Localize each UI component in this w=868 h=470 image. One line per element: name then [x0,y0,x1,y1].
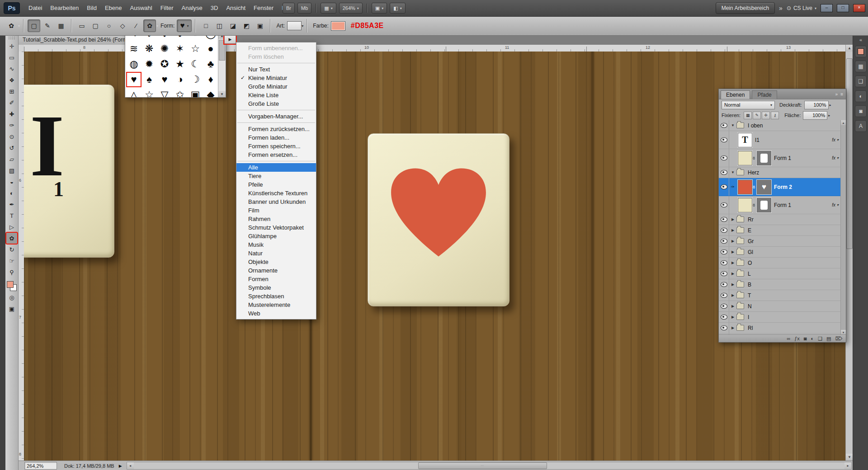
custom-shape-tool[interactable]: ✿ [6,233,17,244]
shape-swatch[interactable]: ● [203,41,218,56]
move-tool[interactable]: ✛ [6,41,17,52]
layer-row-herz[interactable]: ▼Herz [719,167,841,178]
visibility-toggle[interactable] [719,268,729,279]
layer-row-form-2[interactable]: ✑8♥Form 2 [719,178,841,196]
screen-mode-toggle[interactable]: ▣ [6,303,17,314]
menu-datei[interactable]: Datei [24,0,46,16]
shape-layers-mode-icon[interactable]: ▢ [28,19,40,32]
color-swatches[interactable] [7,281,17,291]
hand-tool[interactable]: ☞ [6,255,17,266]
eyedropper-tool[interactable]: ✐ [6,97,17,108]
flyout-item-musterelemente[interactable]: Musterelemente [236,301,316,309]
type-tool[interactable]: T [6,210,17,221]
fill-thumbnail[interactable] [738,198,752,212]
scrollbar-track[interactable]: ⋯ [134,462,844,469]
toolbar-grip[interactable] [8,36,15,40]
visibility-toggle[interactable] [719,290,729,301]
expander-closed-icon[interactable]: ▶ [729,293,736,297]
path-selection-tool[interactable]: ▷ [6,221,17,232]
layer-row-rl[interactable]: ▶Rl [719,323,841,334]
flyout-item-schmutz-vektorpaket[interactable]: Schmutz Vektorpaket [236,223,316,232]
menu-fenster[interactable]: Fenster [250,0,278,16]
custom-shape-tool-icon[interactable]: ✿ [143,19,156,32]
marquee-tool[interactable]: ▭ [6,52,17,63]
rounded-rectangle-tool-icon[interactable]: ▢ [89,19,102,32]
shape-swatch[interactable]: ☆ [188,41,203,56]
menu-ebene[interactable]: Ebene [101,0,126,16]
shape-swatch[interactable]: ♣ [203,56,218,72]
link-layers-icon[interactable]: ∞ [787,336,790,341]
shape-swatch[interactable]: ✹ [142,56,157,72]
lock-pixels-icon[interactable]: ✎ [753,112,761,119]
visibility-toggle[interactable] [719,149,729,167]
layer-row-form-1[interactable]: 8Form 1fx▾ [719,149,841,167]
tab-pfade[interactable]: Pfade [752,90,777,99]
expander-closed-icon[interactable]: ▶ [729,228,736,232]
visibility-toggle[interactable] [719,301,729,311]
paths-mode-icon[interactable]: ✎ [41,19,54,32]
expander-closed-icon[interactable]: ▶ [729,315,736,319]
scroll-down-arrow[interactable]: ▼ [218,91,226,97]
expander-closed-icon[interactable]: ▶ [729,304,736,308]
shape-swatch[interactable]: ≋ [126,41,142,56]
rotate-view-tool[interactable]: ↻ [6,244,17,255]
expander-closed-icon[interactable]: ▶ [729,217,736,221]
horizontal-scrollbar[interactable]: ◂ ⋯ ▸ [127,462,852,470]
visibility-toggle[interactable] [719,312,729,322]
flyout-item-natur[interactable]: Natur [236,249,316,258]
visibility-toggle[interactable] [719,131,729,149]
flyout-item-vorgaben-manager[interactable]: Vorgaben-Manager... [236,112,316,121]
flyout-item-formen-zurücksetzen[interactable]: Formen zurücksetzen... [236,125,316,133]
dodge-tool[interactable]: ◐ [6,188,17,198]
styles-panel-icon[interactable]: ❑ [855,75,867,87]
menu-filter[interactable]: Filter [156,0,178,16]
blur-tool[interactable]: ◒ [6,176,17,187]
add-to-shape-icon[interactable]: ◫ [213,19,226,32]
healing-brush-tool[interactable]: ✚ [6,108,17,119]
chevron-right-icon[interactable]: ▸ [828,113,830,118]
intersect-shape-icon[interactable]: ◩ [240,19,253,32]
expander-closed-icon[interactable]: ▶ [729,282,736,287]
flyout-item-ornamente[interactable]: Ornamente [236,266,316,275]
zoom-level-dropdown[interactable]: 264% ▾ [339,3,363,14]
scroll-up-arrow[interactable]: ▲ [846,45,853,52]
menu-bearbeiten[interactable]: Bearbeiten [46,0,83,16]
crop-tool[interactable]: ⊞ [6,86,17,97]
status-menu-arrow[interactable]: ▶ [119,464,122,468]
mini-bridge-button[interactable]: Mb [297,3,311,14]
panel-menu-icon[interactable]: ≡ [840,92,843,97]
menu-auswahl[interactable]: Auswahl [126,0,156,16]
layer-row-i-oben[interactable]: ▼I oben [719,120,841,131]
flyout-item-künstlerische-texturen[interactable]: Künstlerische Texturen [236,189,316,197]
menu-analyse[interactable]: Analyse [178,0,207,16]
shape-swatch[interactable]: △ [126,87,142,98]
expand-dock-button[interactable]: « [853,37,868,42]
arrange-documents-button[interactable]: ▣ ▾ [372,3,387,14]
flyout-item-objekte[interactable]: Objekte [236,258,316,266]
fill-thumbnail[interactable] [738,180,752,194]
scrollbar-thumb[interactable] [846,58,853,249]
layer-list-scrollbar[interactable]: ▲ ▼ [840,120,846,335]
opacity-field[interactable]: 100% [804,101,829,109]
layer-row-gl[interactable]: ▶Gl [719,247,841,258]
pen-tool[interactable]: ✒ [6,199,17,210]
scroll-down-arrow[interactable]: ▼ [846,454,853,461]
adjustments-panel-icon[interactable]: ◐ [855,90,867,102]
flyout-item-pfeile[interactable]: Pfeile [236,180,316,189]
clone-stamp-tool[interactable]: ⊙ [6,131,17,142]
polygon-tool-icon[interactable]: ◇ [116,19,129,32]
text-layer-thumbnail[interactable]: T [738,133,752,147]
layer-style-badge[interactable]: fx▾ [832,155,839,160]
masks-panel-icon[interactable]: ◙ [855,105,867,117]
flyout-item-banner-und-urkunden[interactable]: Banner und Urkunden [236,197,316,206]
minimize-button[interactable]: – [821,4,833,12]
shape-swatch[interactable]: ☾ [188,56,203,72]
menu-ansicht[interactable]: Ansicht [222,0,250,16]
flyout-item-formen-ersetzen[interactable]: Formen ersetzen... [236,150,316,159]
shape-swatch[interactable]: ✶ [172,41,188,56]
visibility-toggle[interactable] [719,323,729,333]
scroll-up-arrow[interactable]: ▲ [841,120,846,125]
cs-live-button[interactable]: ⊙ CS Live ▾ [787,5,816,11]
expander-closed-icon[interactable]: ▶ [729,326,736,330]
visibility-toggle[interactable] [719,279,729,290]
